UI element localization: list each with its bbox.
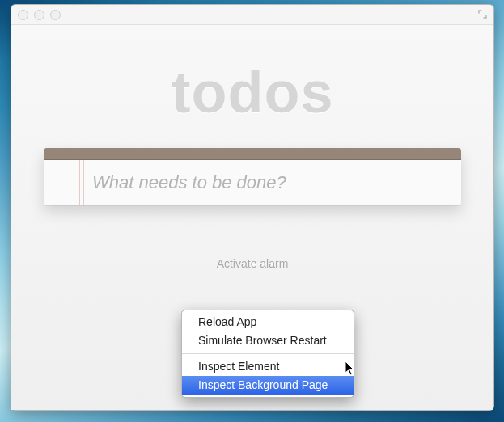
app-window: todos Activate alarm Reload App Simulate…	[11, 4, 494, 411]
todo-card	[44, 148, 461, 205]
page-title: todos	[11, 59, 493, 125]
window-titlebar	[11, 5, 493, 25]
window-content: todos Activate alarm Reload App Simulate…	[11, 25, 493, 410]
activate-alarm-link[interactable]: Activate alarm	[11, 257, 493, 270]
menu-item-inspect-element[interactable]: Inspect Element	[182, 357, 354, 376]
ruled-margin-line	[79, 160, 84, 205]
desktop-background: todos Activate alarm Reload App Simulate…	[0, 0, 504, 422]
minimize-icon[interactable]	[34, 10, 44, 20]
menu-item-inspect-background-page[interactable]: Inspect Background Page	[182, 376, 354, 395]
menu-separator	[182, 353, 354, 354]
zoom-icon[interactable]	[50, 10, 61, 20]
menu-item-simulate-browser-restart[interactable]: Simulate Browser Restart	[182, 331, 354, 350]
todo-input-row	[44, 160, 461, 205]
fullscreen-icon[interactable]	[478, 10, 487, 19]
context-menu: Reload App Simulate Browser Restart Insp…	[181, 310, 354, 398]
card-header-strip	[44, 148, 461, 160]
window-controls	[18, 10, 61, 20]
close-icon[interactable]	[18, 10, 28, 20]
new-todo-input[interactable]	[91, 160, 451, 205]
menu-item-reload-app[interactable]: Reload App	[182, 313, 354, 331]
